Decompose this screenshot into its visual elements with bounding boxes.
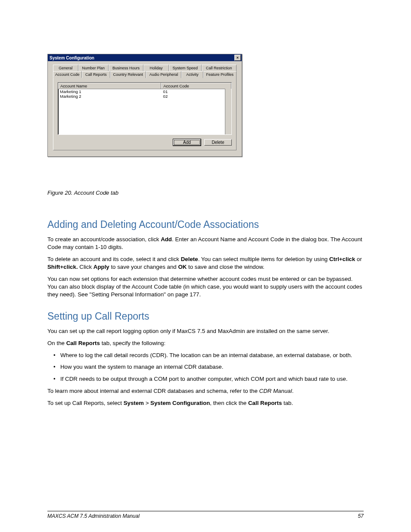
paragraph: You can set up the call report logging o… <box>47 327 364 335</box>
cell-code: 02 <box>162 94 231 99</box>
paragraph: To create an account/code association, c… <box>47 236 364 251</box>
footer-page-number: 57 <box>358 513 364 519</box>
tab-call-restriction[interactable]: Call Restriction <box>202 65 237 71</box>
account-code-list[interactable]: Account Name Account Code Marketing 1 01… <box>58 82 232 135</box>
paragraph: To learn more about internal and externa… <box>47 387 364 395</box>
dialog-title: System Configuration <box>50 56 94 60</box>
table-row[interactable]: Marketing 1 01 <box>58 89 231 94</box>
tab-audio-peripheral[interactable]: Audio Peripheral <box>146 71 182 78</box>
col-account-code[interactable]: Account Code <box>161 83 231 89</box>
tab-panel-account-code: Account Name Account Code Marketing 1 01… <box>53 78 237 150</box>
delete-button[interactable]: Delete <box>204 139 232 146</box>
paragraph: On the Call Reports tab, specify the fol… <box>47 339 364 347</box>
tab-account-code[interactable]: Account Code <box>53 71 82 78</box>
tab-activity[interactable]: Activity <box>181 71 203 78</box>
tab-system-speed[interactable]: System Speed <box>169 65 202 71</box>
document-body: Adding and Deleting Account/Code Associa… <box>47 207 364 411</box>
tab-number-plan[interactable]: Number Plan <box>78 65 109 71</box>
tab-feature-profiles[interactable]: Feature Profiles <box>203 71 237 78</box>
tab-holiday[interactable]: Holiday <box>143 65 169 71</box>
tab-country-relevant[interactable]: Country Relevant <box>110 71 146 78</box>
heading-adding-deleting: Adding and Deleting Account/Code Associa… <box>47 218 364 231</box>
heading-call-reports: Setting up Call Reports <box>47 310 364 323</box>
add-button[interactable]: Add <box>173 139 201 146</box>
cell-name: Marketing 2 <box>58 94 162 99</box>
list-item: If CDR needs to be output through a COM … <box>47 375 364 383</box>
list-item: How you want the system to manage an int… <box>47 363 364 371</box>
page-footer: MAXCS ACM 7.5 Administration Manual 57 <box>47 511 364 519</box>
dialog-titlebar: System Configuration × <box>48 54 242 61</box>
table-row[interactable]: Marketing 2 02 <box>58 94 231 99</box>
footer-title: MAXCS ACM 7.5 Administration Manual <box>47 513 140 519</box>
scrollbar[interactable] <box>225 89 231 134</box>
paragraph: To set up Call Reports, select System > … <box>47 399 364 407</box>
list-item: Where to log the call detail records (CD… <box>47 352 364 359</box>
tab-call-reports[interactable]: Call Reports <box>82 71 111 78</box>
figure-caption: Figure 20. Account Code tab <box>47 190 118 196</box>
cell-name: Marketing 1 <box>58 89 162 94</box>
list-header: Account Name Account Code <box>58 83 231 89</box>
tab-business-hours[interactable]: Business Hours <box>109 65 143 71</box>
col-account-name[interactable]: Account Name <box>58 83 161 89</box>
cell-code: 01 <box>162 89 231 94</box>
dialog-tabs: General Number Plan Business Hours Holid… <box>53 65 237 78</box>
close-icon[interactable]: × <box>234 55 241 61</box>
paragraph: You can now set options for each extensi… <box>47 275 364 299</box>
system-configuration-dialog: System Configuration × General Number Pl… <box>47 54 242 157</box>
bullet-list: Where to log the call detail records (CD… <box>47 352 364 383</box>
paragraph: To delete an account and its code, selec… <box>47 255 364 271</box>
tab-general[interactable]: General <box>53 65 78 71</box>
